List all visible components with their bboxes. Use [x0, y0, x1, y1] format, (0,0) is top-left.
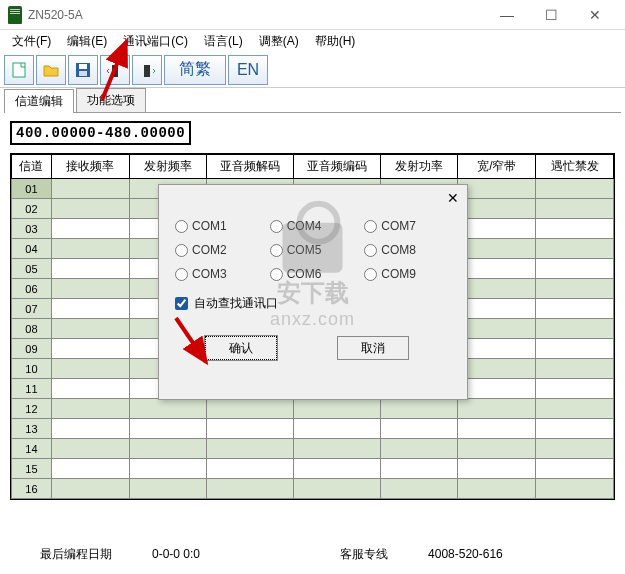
cell[interactable] [207, 419, 294, 439]
toolbar-en-button[interactable]: EN [228, 55, 268, 85]
cell[interactable] [458, 439, 536, 459]
cell[interactable] [207, 459, 294, 479]
cell[interactable] [536, 459, 614, 479]
table-row[interactable]: 15 [12, 459, 614, 479]
cell[interactable] [51, 279, 129, 299]
cell[interactable] [51, 239, 129, 259]
radio-com4[interactable]: COM4 [270, 219, 357, 233]
row-number[interactable]: 12 [12, 399, 52, 419]
col-ctcss-encode[interactable]: 亚音频编码 [294, 155, 381, 179]
radio-com3[interactable]: COM3 [175, 267, 262, 281]
cell[interactable] [51, 199, 129, 219]
cell[interactable] [536, 419, 614, 439]
cell[interactable] [380, 479, 458, 499]
cell[interactable] [536, 239, 614, 259]
col-tx-power[interactable]: 发射功率 [380, 155, 458, 179]
col-tx-freq[interactable]: 发射频率 [129, 155, 207, 179]
cell[interactable] [129, 419, 207, 439]
cell[interactable] [51, 479, 129, 499]
cell[interactable] [458, 339, 536, 359]
cell[interactable] [536, 439, 614, 459]
cell[interactable] [51, 439, 129, 459]
row-number[interactable]: 09 [12, 339, 52, 359]
cell[interactable] [51, 219, 129, 239]
cell[interactable] [536, 179, 614, 199]
cell[interactable] [536, 359, 614, 379]
menu-comm-port[interactable]: 通讯端口(C) [115, 31, 196, 52]
cell[interactable] [458, 479, 536, 499]
row-number[interactable]: 07 [12, 299, 52, 319]
cell[interactable] [536, 199, 614, 219]
cell[interactable] [458, 399, 536, 419]
cell[interactable] [536, 299, 614, 319]
cell[interactable] [380, 439, 458, 459]
cell[interactable] [458, 319, 536, 339]
cell[interactable] [536, 319, 614, 339]
tab-function-options[interactable]: 功能选项 [76, 88, 146, 112]
cell[interactable] [536, 399, 614, 419]
cell[interactable] [207, 439, 294, 459]
toolbar-read-button[interactable] [100, 55, 130, 85]
cell[interactable] [207, 479, 294, 499]
table-row[interactable]: 16 [12, 479, 614, 499]
cell[interactable] [458, 199, 536, 219]
cell[interactable] [51, 399, 129, 419]
cell[interactable] [51, 379, 129, 399]
menu-edit[interactable]: 编辑(E) [59, 31, 115, 52]
cell[interactable] [380, 419, 458, 439]
cell[interactable] [294, 419, 381, 439]
toolbar-simp-trad-button[interactable]: 简繁 [164, 55, 226, 85]
cell[interactable] [129, 459, 207, 479]
row-number[interactable]: 04 [12, 239, 52, 259]
maximize-button[interactable]: ☐ [529, 1, 573, 29]
menu-language[interactable]: 语言(L) [196, 31, 251, 52]
row-number[interactable]: 06 [12, 279, 52, 299]
radio-com7[interactable]: COM7 [364, 219, 451, 233]
cell[interactable] [458, 359, 536, 379]
table-row[interactable]: 14 [12, 439, 614, 459]
minimize-button[interactable]: — [485, 1, 529, 29]
cell[interactable] [458, 299, 536, 319]
cell[interactable] [51, 179, 129, 199]
cell[interactable] [51, 459, 129, 479]
radio-com9[interactable]: COM9 [364, 267, 451, 281]
cell[interactable] [207, 399, 294, 419]
cell[interactable] [458, 179, 536, 199]
cell[interactable] [536, 219, 614, 239]
radio-com1[interactable]: COM1 [175, 219, 262, 233]
cell[interactable] [458, 419, 536, 439]
radio-com8[interactable]: COM8 [364, 243, 451, 257]
cell[interactable] [294, 479, 381, 499]
cell[interactable] [129, 479, 207, 499]
cell[interactable] [294, 439, 381, 459]
cell[interactable] [458, 259, 536, 279]
cell[interactable] [536, 479, 614, 499]
dialog-close-button[interactable]: ✕ [447, 190, 459, 206]
cell[interactable] [294, 399, 381, 419]
toolbar-new-button[interactable] [4, 55, 34, 85]
row-number[interactable]: 14 [12, 439, 52, 459]
menu-help[interactable]: 帮助(H) [307, 31, 364, 52]
cell[interactable] [536, 379, 614, 399]
row-number[interactable]: 02 [12, 199, 52, 219]
cell[interactable] [380, 399, 458, 419]
cell[interactable] [458, 279, 536, 299]
radio-com2[interactable]: COM2 [175, 243, 262, 257]
col-bandwidth[interactable]: 宽/窄带 [458, 155, 536, 179]
row-number[interactable]: 01 [12, 179, 52, 199]
col-busy-lock[interactable]: 遇忙禁发 [536, 155, 614, 179]
toolbar-open-button[interactable] [36, 55, 66, 85]
cell[interactable] [51, 299, 129, 319]
row-number[interactable]: 05 [12, 259, 52, 279]
row-number[interactable]: 03 [12, 219, 52, 239]
row-number[interactable]: 08 [12, 319, 52, 339]
cell[interactable] [536, 279, 614, 299]
cell[interactable] [458, 239, 536, 259]
col-channel[interactable]: 信道 [12, 155, 52, 179]
toolbar-save-button[interactable] [68, 55, 98, 85]
row-number[interactable]: 11 [12, 379, 52, 399]
cell[interactable] [129, 399, 207, 419]
row-number[interactable]: 13 [12, 419, 52, 439]
row-number[interactable]: 10 [12, 359, 52, 379]
col-ctcss-decode[interactable]: 亚音频解码 [207, 155, 294, 179]
